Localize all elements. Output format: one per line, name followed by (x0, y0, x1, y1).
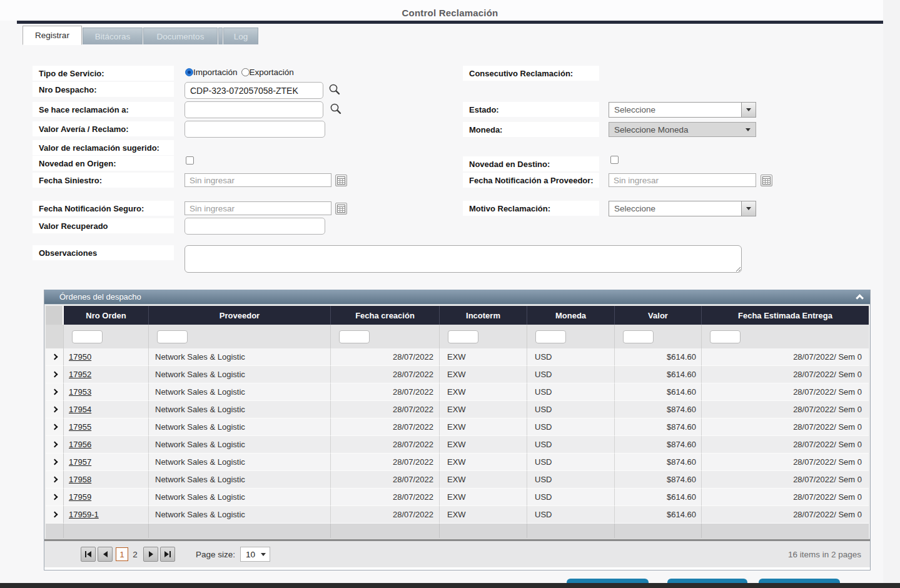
moneda-select-value: Seleccione Moneda (609, 125, 746, 134)
first-page-button[interactable] (81, 547, 96, 562)
order-link[interactable]: 17958 (69, 475, 91, 484)
cell-fecha-creacion: 28/07/2022 (331, 383, 440, 401)
order-link[interactable]: 17954 (69, 405, 91, 414)
cell-moneda: USD (527, 489, 615, 506)
search-reclamacion-icon[interactable] (330, 103, 342, 115)
valor-recuperado-input[interactable] (185, 218, 325, 235)
order-link[interactable]: 17950 (69, 352, 91, 362)
col-header-fecha-estimada[interactable]: Fecha Estimada Entrega (702, 306, 869, 325)
col-header-moneda[interactable]: Moneda (527, 306, 615, 325)
chevron-right-icon (51, 512, 58, 518)
se-hace-reclamacion-label: Se hace reclamación a: (33, 102, 174, 117)
cell-nro-orden: 17956 (64, 436, 149, 454)
fecha-siniestro-input[interactable] (185, 173, 331, 187)
search-despacho-icon[interactable] (328, 83, 341, 96)
row-expand-button[interactable] (46, 366, 64, 383)
page: Control Reclamación Registrar Bitácoras … (0, 0, 900, 588)
observaciones-textarea[interactable] (185, 245, 742, 273)
previous-page-button[interactable] (98, 547, 113, 562)
filter-nro-orden-input[interactable] (72, 330, 103, 343)
se-hace-reclamacion-input[interactable] (185, 101, 323, 118)
filter-fecha-creacion-input[interactable] (339, 330, 370, 343)
page-size-select[interactable]: 10 (240, 547, 270, 562)
estado-select[interactable]: Seleccione (609, 102, 756, 118)
chevron-right-icon (51, 389, 58, 395)
radio-importacion[interactable] (185, 68, 193, 76)
cell-moneda: USD (527, 436, 615, 454)
row-expand-button[interactable] (46, 454, 64, 471)
order-link[interactable]: 17956 (69, 440, 91, 449)
table-row: 17954 Network Sales & Logistic 28/07/202… (46, 401, 869, 418)
tab-registrar[interactable]: Registrar (23, 26, 82, 45)
next-page-button[interactable] (143, 547, 158, 562)
calendar-seguro-icon[interactable] (335, 203, 347, 215)
estado-dropdown-button[interactable] (741, 103, 756, 117)
cell-valor: $874.60 (615, 436, 702, 454)
order-link[interactable]: 17953 (69, 387, 91, 397)
page-2-link[interactable]: 2 (129, 550, 141, 559)
tab-bitacoras[interactable]: Bitácoras (83, 28, 143, 44)
caret-down-icon (261, 553, 266, 556)
row-expand-button[interactable] (46, 383, 64, 401)
radio-exportacion[interactable] (241, 68, 250, 76)
tab-documentos[interactable]: Documentos (143, 28, 218, 44)
col-header-valor[interactable]: Valor (615, 306, 702, 325)
row-expand-button[interactable] (46, 401, 64, 418)
col-header-nro-orden[interactable]: Nro Orden (64, 306, 149, 325)
col-header-incoterm[interactable]: Incoterm (440, 306, 527, 325)
cell-fecha-estimada: 28/07/2022/ Sem 0 (702, 418, 869, 436)
novedad-origen-checkbox[interactable] (186, 156, 194, 165)
filter-incoterm-input[interactable] (448, 330, 478, 343)
cell-nro-orden: 17959-1 (64, 506, 149, 524)
filter-valor-input[interactable] (623, 330, 654, 343)
row-expand-button[interactable] (46, 506, 64, 524)
tipo-servicio-label: Tipo de Servicio: (33, 66, 174, 81)
novedad-destino-label: Novedad en Destino: (463, 156, 599, 171)
valor-averia-input[interactable] (185, 121, 325, 138)
cell-nro-orden: 17952 (64, 366, 149, 383)
novedad-destino-checkbox[interactable] (610, 156, 619, 164)
row-expand-button[interactable] (46, 348, 64, 366)
order-link[interactable]: 17952 (69, 370, 91, 379)
caret-down-icon (746, 207, 751, 210)
fecha-siniestro-label: Fecha Siniestro: (33, 173, 174, 188)
filter-moneda-input[interactable] (535, 330, 566, 343)
cell-nro-orden: 17957 (64, 454, 149, 471)
estado-label: Estado: (463, 102, 599, 117)
row-expand-button[interactable] (46, 489, 64, 506)
collapse-panel-icon[interactable] (856, 294, 864, 302)
filter-fecha-estimada-input[interactable] (710, 330, 741, 343)
cell-moneda: USD (527, 401, 615, 418)
tab-log[interactable]: Log (223, 28, 258, 44)
order-link[interactable]: 17959 (69, 492, 91, 502)
page-title: Control Reclamación (0, 8, 900, 18)
calendar-siniestro-icon[interactable] (335, 175, 347, 186)
bottom-bar (0, 583, 900, 588)
order-link[interactable]: 17957 (69, 457, 91, 467)
moneda-select[interactable]: Seleccione Moneda (609, 122, 756, 137)
col-header-proveedor[interactable]: Proveedor (149, 306, 331, 325)
motivo-dropdown-button[interactable] (741, 201, 756, 216)
motivo-reclamacion-select[interactable]: Seleccione (609, 201, 756, 216)
cell-incoterm: EXW (440, 454, 527, 471)
row-expand-button[interactable] (46, 418, 64, 436)
chevron-right-icon (51, 459, 58, 465)
novedad-origen-label: Novedad en Origen: (33, 156, 174, 171)
moneda-label: Moneda: (463, 122, 599, 137)
cell-fecha-estimada: 28/07/2022/ Sem 0 (702, 471, 869, 489)
order-link[interactable]: 17959-1 (69, 510, 99, 519)
calendar-proveedor-icon[interactable] (761, 175, 772, 186)
nro-despacho-input[interactable] (185, 82, 323, 99)
filter-proveedor-input[interactable] (157, 330, 188, 343)
expander-header-cell (46, 306, 64, 325)
cell-incoterm: EXW (440, 506, 527, 524)
row-expand-button[interactable] (46, 436, 64, 454)
last-page-button[interactable] (160, 547, 175, 562)
estado-select-value: Seleccione (609, 105, 741, 114)
col-header-fecha-creacion[interactable]: Fecha creación (331, 306, 440, 325)
radio-importacion-label: Importación (193, 68, 238, 77)
fecha-notificacion-seguro-input[interactable] (185, 201, 331, 215)
row-expand-button[interactable] (46, 471, 64, 489)
order-link[interactable]: 17955 (69, 422, 91, 432)
fecha-notificacion-proveedor-input[interactable] (609, 173, 756, 187)
